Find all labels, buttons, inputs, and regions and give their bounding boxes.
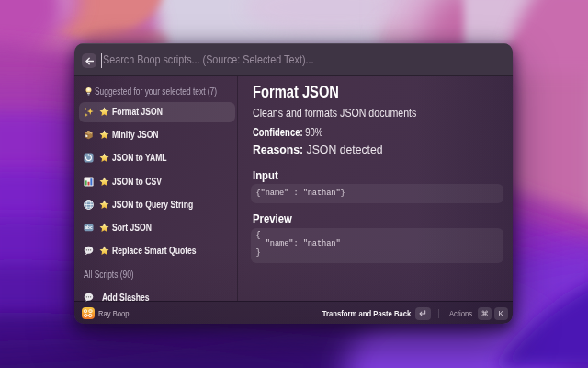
svg-text:abc: abc bbox=[85, 225, 92, 230]
